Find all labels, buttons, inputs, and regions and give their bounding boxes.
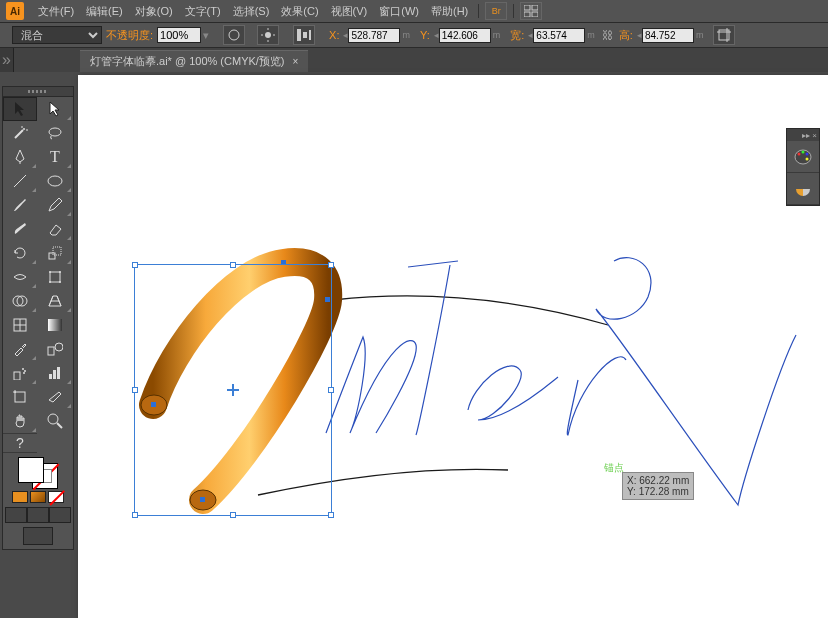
pen-tool[interactable] <box>3 145 37 169</box>
tools-panel-grip[interactable] <box>3 87 73 97</box>
width-tool[interactable] <box>3 265 37 289</box>
rotate-tool[interactable] <box>3 241 37 265</box>
height-input[interactable] <box>642 28 694 43</box>
color-guide-panel-button[interactable] <box>787 173 819 205</box>
svg-rect-35 <box>48 319 62 331</box>
svg-rect-36 <box>48 347 54 355</box>
eyedropper-tool[interactable] <box>3 337 37 361</box>
zoom-icon <box>47 413 63 429</box>
eraser-icon <box>47 222 63 236</box>
right-panel-dock: ▸▸ × <box>786 128 820 206</box>
smart-guide-label: 锚点 <box>604 461 624 475</box>
menu-file[interactable]: 文件(F) <box>32 4 80 19</box>
gradient-button[interactable] <box>30 491 46 503</box>
width-icon <box>12 270 28 284</box>
align-button[interactable] <box>293 25 315 45</box>
blend-tool[interactable] <box>38 337 72 361</box>
svg-rect-43 <box>53 370 56 379</box>
magic-wand-tool[interactable] <box>3 121 37 145</box>
svg-point-58 <box>802 150 805 153</box>
tab-close-button[interactable]: × <box>293 56 299 67</box>
arrange-documents-button[interactable] <box>520 2 542 20</box>
menu-view[interactable]: 视图(V) <box>325 4 374 19</box>
draw-normal[interactable] <box>5 507 27 523</box>
svg-rect-53 <box>200 497 205 502</box>
screen-mode-button[interactable] <box>23 527 53 545</box>
svg-rect-45 <box>15 392 25 402</box>
artwork <box>78 75 828 618</box>
scale-tool[interactable] <box>38 241 72 265</box>
dropdown-arrow-icon[interactable]: ▾ <box>203 29 209 42</box>
paintbrush-tool[interactable] <box>3 193 37 217</box>
svg-point-41 <box>23 372 25 374</box>
y-input[interactable] <box>439 28 491 43</box>
rotate-icon <box>12 245 28 261</box>
brush-icon <box>12 197 28 213</box>
menu-type[interactable]: 文字(T) <box>179 4 227 19</box>
type-tool[interactable]: T <box>38 145 72 169</box>
svg-point-4 <box>229 30 239 40</box>
document-tab[interactable]: 灯管字体临摹.ai* @ 100% (CMYK/预览) × <box>80 50 308 72</box>
tab-expand-arrow[interactable]: » <box>0 48 14 72</box>
color-panel-button[interactable] <box>787 141 819 173</box>
menu-select[interactable]: 选择(S) <box>227 4 276 19</box>
direct-selection-tool[interactable] <box>38 97 72 121</box>
selection-tool[interactable] <box>3 97 37 121</box>
draw-inside[interactable] <box>49 507 71 523</box>
slice-tool[interactable] <box>38 385 72 409</box>
perspective-tool[interactable] <box>38 289 72 313</box>
svg-rect-12 <box>309 30 311 40</box>
dock-collapse-button[interactable]: ▸▸ × <box>787 129 819 141</box>
color-mode-buttons <box>12 491 64 503</box>
shape-builder-tool[interactable] <box>3 289 37 313</box>
unit: m <box>696 30 704 40</box>
transform-button[interactable] <box>713 25 735 45</box>
separator <box>513 4 514 18</box>
graph-tool[interactable] <box>38 361 72 385</box>
eyedropper-icon <box>12 341 28 357</box>
zoom-tool[interactable] <box>38 409 72 433</box>
mesh-tool[interactable] <box>3 313 37 337</box>
tab-title: 灯管字体临摹.ai* @ 100% (CMYK/预览) <box>90 54 285 69</box>
menu-help[interactable]: 帮助(H) <box>425 4 474 19</box>
link-icon[interactable]: ⛓ <box>601 25 615 45</box>
svg-rect-24 <box>53 247 61 255</box>
blend-mode-select[interactable]: 混合 <box>12 26 102 44</box>
hand-tool[interactable] <box>3 409 37 433</box>
pencil-icon <box>47 197 63 213</box>
fill-swatch[interactable] <box>18 457 44 483</box>
menu-window[interactable]: 窗口(W) <box>373 4 425 19</box>
ellipse-icon <box>47 175 63 187</box>
svg-point-20 <box>49 128 61 136</box>
menu-effect[interactable]: 效果(C) <box>275 4 324 19</box>
pencil-tool[interactable] <box>38 193 72 217</box>
free-transform-tool[interactable] <box>38 265 72 289</box>
svg-point-5 <box>265 32 271 38</box>
app-logo: Ai <box>6 2 24 20</box>
bridge-button[interactable]: Br <box>485 2 507 20</box>
eraser-tool[interactable] <box>38 217 72 241</box>
menu-object[interactable]: 对象(O) <box>129 4 179 19</box>
line-tool[interactable] <box>3 169 37 193</box>
ellipse-tool[interactable] <box>38 169 72 193</box>
help-tool[interactable]: ? <box>3 433 37 453</box>
height-label: 高: <box>619 28 633 43</box>
draw-behind[interactable] <box>27 507 49 523</box>
blob-brush-tool[interactable] <box>3 217 37 241</box>
gradient-tool[interactable] <box>38 313 72 337</box>
width-input[interactable] <box>533 28 585 43</box>
canvas-area[interactable] <box>78 72 828 618</box>
opacity-input[interactable] <box>157 27 201 43</box>
symbol-sprayer-tool[interactable] <box>3 361 37 385</box>
lasso-tool[interactable] <box>38 121 72 145</box>
recolor-button[interactable] <box>257 25 279 45</box>
svg-rect-23 <box>49 253 55 259</box>
x-input[interactable] <box>348 28 400 43</box>
artboard-tool[interactable] <box>3 385 37 409</box>
color-button[interactable] <box>12 491 28 503</box>
palette-icon <box>794 148 812 166</box>
style-button[interactable] <box>223 25 245 45</box>
fill-stroke-swatches[interactable] <box>18 457 58 489</box>
none-button[interactable] <box>48 491 64 503</box>
menu-edit[interactable]: 编辑(E) <box>80 4 129 19</box>
